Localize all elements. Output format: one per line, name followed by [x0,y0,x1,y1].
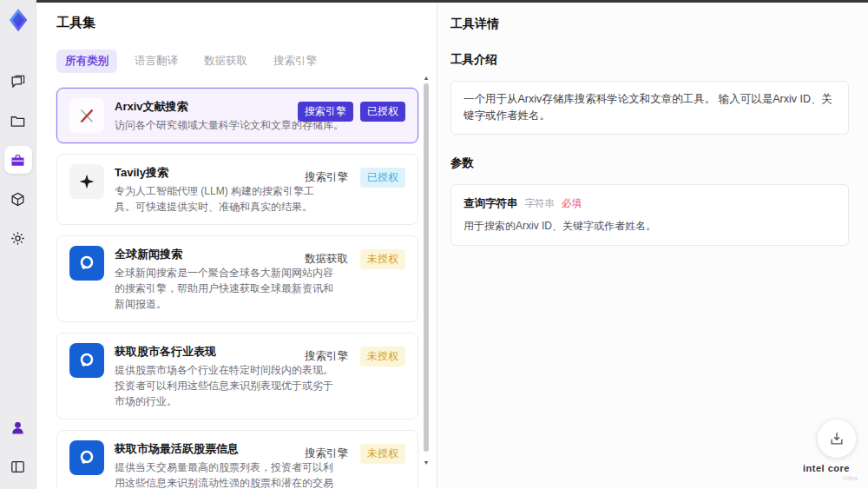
param-name: 查询字符串 [464,196,518,211]
tool-intro-text: 一个用于从Arxiv存储库搜索科学论文和文章的工具。 输入可以是Arxiv ID… [450,81,849,135]
tab-search-engine[interactable]: 搜索引擎 [265,50,326,73]
auth-status-badge: 已授权 [360,102,405,122]
tool-list-panel: 工具集 所有类别 语言翻译 数据获取 搜索引擎 Arxiv文献搜索 访问各个研究… [36,0,437,489]
tab-translation[interactable]: 语言翻译 [126,50,187,73]
tool-card-global-news[interactable]: 全球新闻搜索 全球新闻搜索是一个聚合全球各大新闻网站内容的搜索引擎，帮助用户快速… [56,235,418,322]
page-title: 工具集 [56,15,437,31]
sidebar-item-files[interactable] [4,107,32,135]
tool-name: Tavily搜索 [115,164,333,181]
toolbox-icon [10,152,26,169]
tab-all-categories[interactable]: 所有类别 [56,50,117,73]
intel-core-text: intel core [795,463,858,473]
tool-card-most-active-stocks[interactable]: 获取市场最活跃股票信息 提供当天交易量最高的股票列表，投资者可以利用这些信息来识… [56,430,418,489]
sidebar-item-tools[interactable] [4,146,32,174]
tool-card-sector-performance[interactable]: 获取股市各行业表现 提供股票市场各个行业在特定时间段内的表现。投资者可以利用这些… [56,333,418,420]
scrollbar-thumb[interactable] [424,83,429,452]
category-label: 搜索引擎 [305,446,348,461]
tavily-star-icon [69,164,104,199]
tool-detail-panel: 工具详情 工具介绍 一个用于从Arxiv存储库搜索科学论文和文章的工具。 输入可… [437,0,868,489]
detail-panel-title: 工具详情 [450,17,849,32]
intro-heading: 工具介绍 [450,52,849,68]
category-label: 搜索引擎 [305,170,348,185]
category-tabs: 所有类别 语言翻译 数据获取 搜索引擎 [56,50,437,73]
tool-name: 全球新闻搜索 [115,246,333,262]
gear-icon [10,230,26,247]
parameter-card: 查询字符串 字符串 必填 用于搜索的Arxiv ID、关键字或作者姓名。 [450,184,849,246]
auth-status-badge: 未授权 [360,347,405,367]
sidebar-item-packages[interactable] [4,185,32,213]
download-button[interactable] [818,420,856,458]
news-logo-icon [69,343,104,378]
list-scrollbar[interactable]: ▲ ▼ [423,75,430,482]
tool-name: 获取市场最活跃股票信息 [115,440,333,457]
user-icon [10,420,26,436]
tool-list: Arxiv文献搜索 访问各个研究领域大量科学论文和文章的存储库。 搜索引擎 已授… [56,88,418,489]
intel-core-badge: intel core Ultra [795,463,858,482]
intel-ultra-text: Ultra [795,474,858,482]
sidebar-item-account[interactable] [4,413,32,441]
sidebar-item-settings[interactable] [4,224,32,252]
sidebar-item-toggle-panel[interactable] [4,453,32,480]
app-logo-icon [5,7,31,33]
param-desc: 用于搜索的Arxiv ID、关键字或作者姓名。 [464,219,836,234]
params-heading: 参数 [450,155,849,171]
category-label: 数据获取 [305,252,348,267]
tool-name: 获取股市各行业表现 [115,343,333,360]
tool-desc: 全球新闻搜索是一个聚合全球各大新闻网站内容的搜索引擎，帮助用户快速获取全球最新资… [115,265,333,312]
package-icon [10,191,26,208]
scroll-up-arrow[interactable]: ▲ [423,75,430,82]
tab-data-fetch[interactable]: 数据获取 [195,50,256,73]
arxiv-logo-icon [69,98,104,133]
category-badge: 搜索引擎 [298,102,353,122]
tool-desc: 专为人工智能代理 (LLM) 构建的搜索引擎工具。可快速提供实时、准确和真实的结… [115,183,333,215]
sidebar-rail [0,0,36,489]
auth-status-badge: 已授权 [360,168,405,188]
download-icon [828,430,845,447]
param-required-flag: 必填 [562,197,582,210]
auth-status-badge: 未授权 [360,444,405,464]
window-top-edge [36,0,868,3]
panel-icon [10,459,26,475]
sidebar-item-chat[interactable] [4,68,32,96]
app-window: 工具集 所有类别 语言翻译 数据获取 搜索引擎 Arxiv文献搜索 访问各个研究… [0,0,868,489]
scroll-down-arrow[interactable]: ▼ [423,459,430,466]
news-logo-icon [69,440,104,475]
category-label: 搜索引擎 [305,349,348,364]
tool-card-tavily[interactable]: Tavily搜索 专为人工智能代理 (LLM) 构建的搜索引擎工具。可快速提供实… [56,154,418,225]
tool-card-arxiv[interactable]: Arxiv文献搜索 访问各个研究领域大量科学论文和文章的存储库。 搜索引擎 已授… [56,88,418,143]
auth-status-badge: 未授权 [360,249,405,269]
tool-desc: 提供当天交易量最高的股票列表，投资者可以利用这些信息来识别流动性强的股票和潜在的… [115,459,333,489]
chat-icon [10,74,26,90]
param-type: 字符串 [525,197,556,210]
news-logo-icon [69,246,104,281]
tool-desc: 提供股票市场各个行业在特定时间段内的表现。投资者可以利用这些信息来识别表现优于或… [115,362,333,409]
folder-icon [10,113,26,129]
